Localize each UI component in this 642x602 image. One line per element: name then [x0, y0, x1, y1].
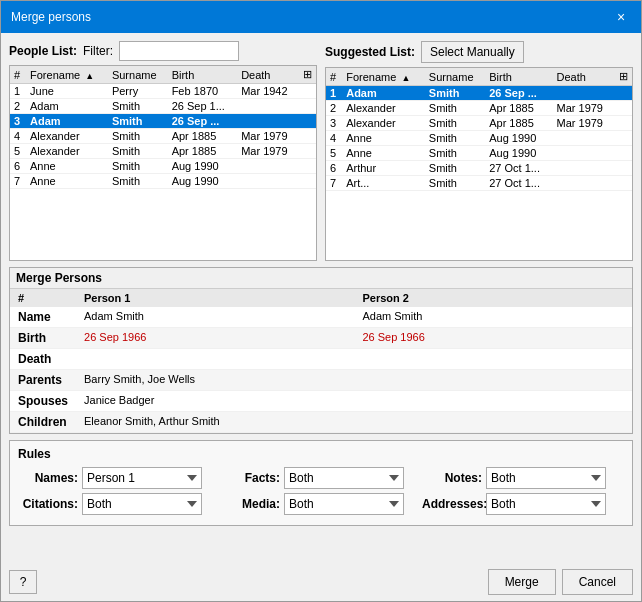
people-list-row[interactable]: 2 Adam Smith 26 Sep 1... — [10, 99, 316, 114]
merge-section-title: Merge Persons — [10, 268, 632, 289]
srow-forename: Adam — [342, 86, 425, 101]
row-extra — [299, 99, 316, 114]
col-birth[interactable]: Birth — [168, 66, 237, 84]
suggested-list-table: # Forename ▲ Surname Birth Death ⊞ 1 Ada — [326, 68, 632, 191]
srow-extra — [615, 146, 632, 161]
row-extra — [299, 144, 316, 159]
col-forename[interactable]: Forename ▲ — [26, 66, 108, 84]
srow-birth: Aug 1990 — [485, 146, 552, 161]
rules-select-4[interactable]: Person 1Person 2Both — [284, 493, 404, 515]
people-list-row[interactable]: 1 June Perry Feb 1870 Mar 1942 — [10, 84, 316, 99]
people-list-row[interactable]: 5 Alexander Smith Apr 1885 Mar 1979 — [10, 144, 316, 159]
row-num: 4 — [10, 129, 26, 144]
select-manually-button[interactable]: Select Manually — [421, 41, 524, 63]
srow-death: Mar 1979 — [553, 101, 615, 116]
close-button[interactable]: × — [611, 7, 631, 27]
row-birth: Aug 1990 — [168, 159, 237, 174]
srow-surname: Smith — [425, 161, 485, 176]
lists-section: People List: Filter: # Forename ▲ Surnam… — [9, 41, 633, 261]
suggested-list-row[interactable]: 6 Arthur Smith 27 Oct 1... — [326, 161, 632, 176]
row-forename: Adam — [26, 114, 108, 129]
merge-button[interactable]: Merge — [488, 569, 556, 595]
row-surname: Perry — [108, 84, 168, 99]
rules-select-3[interactable]: Person 1Person 2Both — [82, 493, 202, 515]
rules-title: Rules — [18, 447, 624, 461]
scol-surname[interactable]: Surname — [425, 68, 485, 86]
suggested-list-table-container: # Forename ▲ Surname Birth Death ⊞ 1 Ada — [325, 67, 633, 261]
srow-death — [553, 146, 615, 161]
row-birth: 26 Sep 1... — [168, 99, 237, 114]
filter-input[interactable] — [119, 41, 239, 61]
merge-table-row: Birth 26 Sep 1966 26 Sep 1966 — [10, 328, 632, 349]
suggested-list-row[interactable]: 5 Anne Smith Aug 1990 — [326, 146, 632, 161]
row-death — [237, 99, 299, 114]
merge-field-label: Name — [10, 307, 76, 328]
row-birth: Apr 1885 — [168, 129, 237, 144]
merge-table-row: Spouses Janice Badger — [10, 391, 632, 412]
suggested-list-row[interactable]: 2 Alexander Smith Apr 1885 Mar 1979 — [326, 101, 632, 116]
suggested-list-row[interactable]: 4 Anne Smith Aug 1990 — [326, 131, 632, 146]
suggested-list-header: Suggested List: Select Manually — [325, 41, 633, 63]
srow-forename: Art... — [342, 176, 425, 191]
suggested-list-label: Suggested List: — [325, 45, 415, 59]
sort-icon2: ▲ — [401, 73, 410, 83]
merge-person1-value: Janice Badger — [76, 391, 354, 412]
dialog-title: Merge persons — [11, 10, 91, 24]
col-surname[interactable]: Surname — [108, 66, 168, 84]
merge-person2-value: Adam Smith — [354, 307, 632, 328]
srow-extra — [615, 86, 632, 101]
srow-surname: Smith — [425, 116, 485, 131]
sort-icon: ▲ — [85, 71, 94, 81]
merge-person1-value: Eleanor Smith, Arthur Smith — [76, 412, 354, 433]
rules-row-1: Names:Person 1Person 2BothFacts:Person 1… — [18, 467, 624, 489]
row-forename: Anne — [26, 159, 108, 174]
row-extra — [299, 114, 316, 129]
merge-field-label: Parents — [10, 370, 76, 391]
row-birth: Apr 1885 — [168, 144, 237, 159]
filter-label: Filter: — [83, 44, 113, 58]
merge-person2-value — [354, 370, 632, 391]
srow-extra — [615, 116, 632, 131]
srow-forename: Alexander — [342, 116, 425, 131]
merge-table: # Person 1 Person 2 Name Adam Smith Adam… — [10, 289, 632, 433]
row-num: 3 — [10, 114, 26, 129]
srow-forename: Arthur — [342, 161, 425, 176]
rules-select-5[interactable]: Person 1Person 2Both — [486, 493, 606, 515]
people-list-row[interactable]: 4 Alexander Smith Apr 1885 Mar 1979 — [10, 129, 316, 144]
help-button[interactable]: ? — [9, 570, 37, 594]
srow-forename: Anne — [342, 146, 425, 161]
rules-select-2[interactable]: Person 1Person 2Both — [486, 467, 606, 489]
scol-forename[interactable]: Forename ▲ — [342, 68, 425, 86]
srow-death — [553, 131, 615, 146]
scol-birth[interactable]: Birth — [485, 68, 552, 86]
suggested-list-row[interactable]: 7 Art... Smith 27 Oct 1... — [326, 176, 632, 191]
people-list-row[interactable]: 6 Anne Smith Aug 1990 — [10, 159, 316, 174]
rules-select-1[interactable]: Person 1Person 2Both — [284, 467, 404, 489]
row-forename: Alexander — [26, 144, 108, 159]
row-birth: 26 Sep ... — [168, 114, 237, 129]
people-list-scroll[interactable]: # Forename ▲ Surname Birth Death ⊞ 1 Jun — [10, 66, 316, 260]
people-list-panel: People List: Filter: # Forename ▲ Surnam… — [9, 41, 317, 261]
row-num: 1 — [10, 84, 26, 99]
people-list-row[interactable]: 3 Adam Smith 26 Sep ... — [10, 114, 316, 129]
people-list-table-container: # Forename ▲ Surname Birth Death ⊞ 1 Jun — [9, 65, 317, 261]
merge-table-row: Children Eleanor Smith, Arthur Smith — [10, 412, 632, 433]
srow-birth: Apr 1885 — [485, 101, 552, 116]
row-death: Mar 1979 — [237, 144, 299, 159]
rules-select-0[interactable]: Person 1Person 2Both — [82, 467, 202, 489]
people-list-row[interactable]: 7 Anne Smith Aug 1990 — [10, 174, 316, 189]
srow-death — [553, 161, 615, 176]
srow-num: 1 — [326, 86, 342, 101]
srow-birth: 27 Oct 1... — [485, 176, 552, 191]
col-death[interactable]: Death — [237, 66, 299, 84]
row-num: 2 — [10, 99, 26, 114]
suggested-list-row[interactable]: 3 Alexander Smith Apr 1885 Mar 1979 — [326, 116, 632, 131]
dialog-body: People List: Filter: # Forename ▲ Surnam… — [1, 33, 641, 563]
srow-surname: Smith — [425, 101, 485, 116]
cancel-button[interactable]: Cancel — [562, 569, 633, 595]
suggested-list-scroll[interactable]: # Forename ▲ Surname Birth Death ⊞ 1 Ada — [326, 68, 632, 260]
scol-death[interactable]: Death — [553, 68, 615, 86]
scol-hash: # — [326, 68, 342, 86]
suggested-list-row[interactable]: 1 Adam Smith 26 Sep ... — [326, 86, 632, 101]
srow-surname: Smith — [425, 131, 485, 146]
